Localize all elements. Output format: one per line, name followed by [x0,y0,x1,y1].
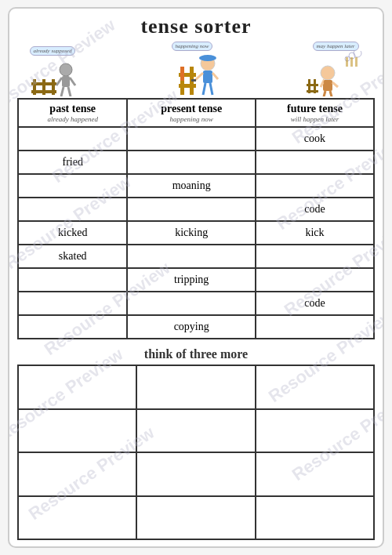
svg-rect-28 [346,57,348,67]
extra-cell-3-0 [18,496,136,540]
past-subtitle: already happened [24,115,122,123]
extra-table [17,365,375,540]
page: Resource Preview Resource Preview Resour… [8,7,384,548]
page-title: tense sorter [140,15,251,38]
cell-6-present: tripping [127,268,255,292]
cell-2-future [256,174,374,198]
extra-cell-0-2 [256,365,374,409]
cell-2-present: moaning [127,174,255,198]
cell-8-past [18,315,127,339]
cell-content-2-present: moaning [128,175,254,197]
illustration-past [25,56,80,96]
svg-rect-15 [180,67,184,81]
svg-rect-6 [62,76,70,87]
svg-point-31 [321,66,335,80]
bubble-right: may happen later [313,42,359,51]
header-future: future tense will happen later [256,99,374,127]
cell-content-4-future: kick [256,222,373,244]
cell-content-5-past: skated [19,245,126,267]
svg-line-36 [323,91,325,96]
cell-6-future [256,268,374,292]
extra-cell-2-2 [256,452,374,496]
svg-line-10 [68,87,71,96]
svg-line-35 [332,82,338,87]
bubble-left: already supposed [30,46,76,56]
present-subtitle: happening now [132,115,249,123]
svg-line-37 [330,91,332,96]
cell-content-0-present [128,128,254,150]
svg-line-22 [212,73,218,79]
cell-0-past [18,127,127,151]
figure-present: happening now [153,42,231,96]
figure-past: already supposed [17,42,88,96]
svg-rect-21 [191,79,196,82]
cell-3-present [127,198,255,221]
cell-8-future [256,315,374,339]
cell-3-past [18,198,127,221]
cell-content-8-past [19,316,126,338]
header-past: past tense already happened [18,99,127,127]
svg-rect-40 [307,84,318,86]
svg-rect-32 [323,80,332,91]
cell-2-past [18,174,127,198]
present-label: present tense [161,103,222,114]
cell-4-past: kicked [18,221,127,245]
tense-table: past tense already happened present tens… [17,98,375,339]
svg-rect-3 [31,82,56,85]
cell-content-4-present: kicking [128,222,254,244]
svg-line-8 [70,78,75,85]
cell-8-present: copying [127,315,255,339]
svg-rect-29 [350,57,353,67]
cell-0-future: cook [256,127,374,151]
extra-cell-3-1 [136,496,255,540]
cell-content-2-future [256,175,373,197]
cell-content-1-present [128,151,254,173]
cell-content-7-present [128,292,254,314]
svg-line-9 [61,87,64,96]
cell-1-past: fried [18,151,127,174]
future-subtitle: will happen later [261,115,368,123]
think-more-label: think of three more [144,347,248,361]
bubble-center: happening now [172,42,213,51]
extra-cell-2-0 [18,452,136,496]
extra-cell-0-0 [18,365,136,409]
cell-content-0-past [19,128,126,150]
cell-content-6-past [19,269,126,291]
cell-content-8-future [256,316,373,338]
cell-content-3-past [19,198,126,220]
cell-7-future: code [256,292,374,315]
cell-4-future: kick [256,221,374,245]
cell-content-5-future [256,245,373,267]
cell-content-3-present [128,198,254,220]
illustration-future [300,51,371,96]
cell-5-future [256,245,374,268]
future-label: future tense [287,103,343,114]
illustration-present [157,51,227,96]
extra-cell-3-2 [256,496,374,540]
cell-content-1-past: fried [19,151,126,173]
cell-5-past: skated [18,245,127,268]
cell-content-2-past [19,175,126,197]
cell-content-0-future: cook [256,128,373,150]
svg-point-5 [60,63,72,76]
extra-cell-1-2 [256,409,374,453]
cell-1-present [127,151,255,174]
cell-1-future [256,151,374,174]
cell-content-5-present [128,245,254,267]
cell-content-7-future: code [256,292,373,314]
svg-rect-30 [355,57,358,67]
cell-7-past [18,292,127,315]
cell-4-present: kicking [127,221,255,245]
extra-cell-1-0 [18,409,136,453]
cell-3-future: code [256,198,374,221]
svg-line-23 [203,83,205,95]
cell-content-3-future: code [256,198,373,220]
svg-rect-41 [307,90,318,92]
extra-cell-1-1 [136,409,255,453]
extra-cell-0-1 [136,365,255,409]
svg-rect-4 [31,90,56,93]
past-label: past tense [49,103,96,114]
svg-line-7 [56,78,62,85]
cell-6-past [18,268,127,292]
figure-future: may happen later [296,42,375,96]
